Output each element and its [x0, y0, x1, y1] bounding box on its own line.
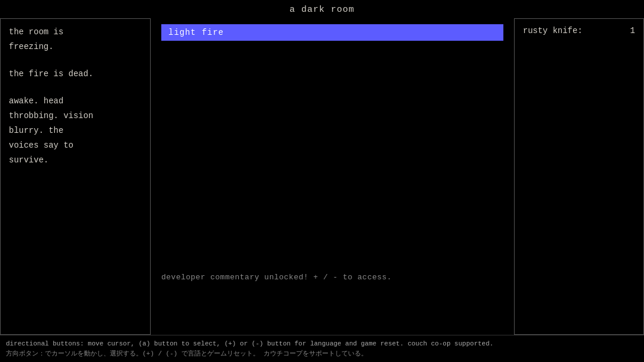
footer-english: directional buttons: move cursor, (a) bu…: [6, 339, 638, 350]
story-log-panel: the room is freezing. the fire is dead. …: [0, 18, 151, 335]
item-count: 1: [630, 26, 635, 35]
dev-commentary-text: developer commentary unlocked! + / - to …: [161, 273, 503, 282]
log-text: the room is freezing. the fire is dead. …: [9, 26, 142, 167]
main-area: the room is freezing. the fire is dead. …: [0, 18, 644, 335]
light-fire-button[interactable]: light fire: [161, 24, 503, 41]
inventory-panel: rusty knife: 1: [514, 18, 644, 335]
actions-panel: light fire developer commentary unlocked…: [151, 18, 514, 335]
footer-japanese: 方向ボタン：でカーソルを動かし、選択する。(+) / (-) で言語とゲームリセ…: [6, 349, 638, 360]
center-content-area: [161, 41, 503, 273]
item-name: rusty knife:: [523, 26, 583, 35]
game-title: a dark room: [0, 0, 644, 18]
footer: directional buttons: move cursor, (a) bu…: [0, 335, 644, 362]
inventory-item-rusty-knife: rusty knife: 1: [523, 26, 635, 35]
